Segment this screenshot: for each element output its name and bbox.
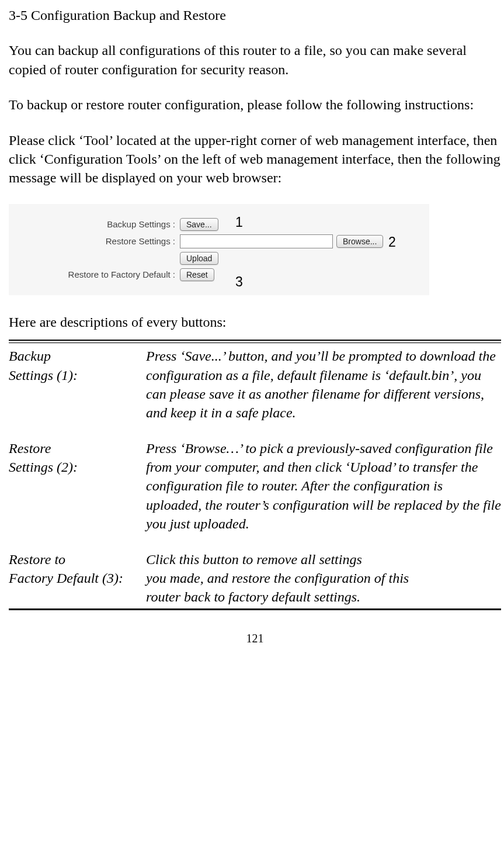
desc-text: Press ‘Save...’ button, and you’ll be pr…	[146, 347, 501, 423]
descriptions-intro: Here are descriptions of every buttons:	[9, 313, 501, 331]
callout-2: 2	[388, 233, 396, 251]
paragraph-2: To backup or restore router configuratio…	[9, 95, 501, 114]
descriptions-table-wrapper: Backup Settings (1): Press ‘Save...’ but…	[9, 340, 501, 610]
desc-text: Press ‘Browse…’ to pick a previously-sav…	[146, 439, 501, 534]
desc-name: Settings (1):	[9, 368, 78, 383]
desc-text: you made, and restore the configuration …	[146, 570, 409, 586]
section-title: 3-5 Configuration Backup and Restore	[9, 6, 501, 25]
table-row: Backup Settings (1): Press ‘Save...’ but…	[9, 347, 501, 423]
desc-name: Factory Default (3):	[9, 570, 123, 586]
paragraph-3: Please click ‘Tool’ located at the upper…	[9, 131, 501, 188]
desc-name: Backup	[9, 348, 51, 364]
desc-name: Restore to	[9, 552, 65, 567]
backup-settings-label: Backup Settings :	[15, 219, 180, 230]
factory-default-label: Restore to Factory Default :	[15, 269, 180, 281]
save-button[interactable]: Save...	[180, 218, 218, 231]
table-row: Restore Settings (2): Press ‘Browse…’ to…	[9, 439, 501, 534]
descriptions-table: Backup Settings (1): Press ‘Save...’ but…	[9, 347, 501, 587]
browse-button[interactable]: Browse...	[336, 235, 383, 248]
reset-button[interactable]: Reset	[180, 268, 214, 281]
file-path-input[interactable]	[180, 234, 333, 248]
desc-text: Click this button to remove all settings	[146, 552, 362, 567]
restore-settings-label: Restore Settings :	[15, 236, 180, 247]
desc-name: Restore	[9, 441, 51, 456]
table-row: Restore to Factory Default (3): Click th…	[9, 550, 501, 588]
callout-1: 1	[235, 213, 243, 231]
page-number: 121	[9, 631, 501, 646]
desc-name: Settings (2):	[9, 459, 78, 475]
upload-button[interactable]: Upload	[180, 252, 218, 265]
paragraph-1: You can backup all configurations of thi…	[9, 41, 501, 79]
callout-3: 3	[235, 273, 243, 291]
desc-text: router back to factory default settings.	[146, 587, 501, 606]
config-screenshot: Backup Settings : Save... Restore Settin…	[9, 204, 429, 295]
